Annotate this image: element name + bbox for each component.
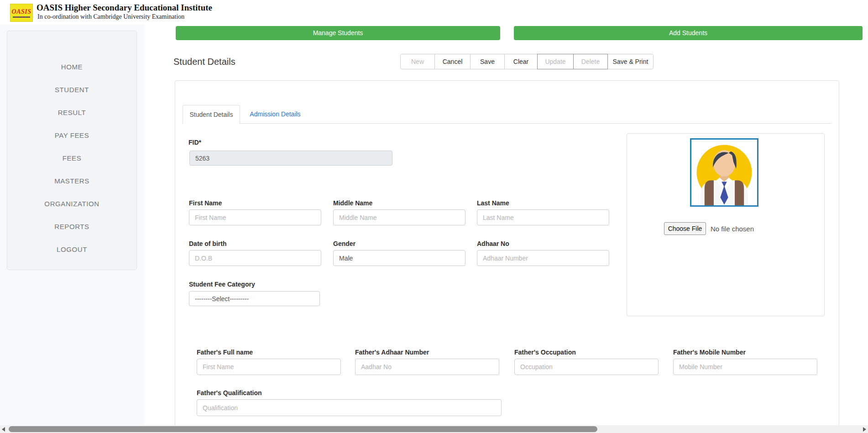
tab-student-details[interactable]: Student Details <box>183 105 240 124</box>
fee-category-select[interactable]: --------Select--------- <box>189 291 320 306</box>
horizontal-scrollbar-thumb[interactable] <box>9 426 597 432</box>
fee-category-label: Student Fee Category <box>189 281 255 288</box>
file-status-text: No file chosen <box>711 225 754 233</box>
sidebar-item-reports[interactable]: REPORTS <box>7 215 136 238</box>
horizontal-scrollbar-track[interactable] <box>0 425 868 433</box>
manage-students-button[interactable]: Manage Students <box>176 26 500 40</box>
father-qualification-label: Father's Qualification <box>197 389 262 396</box>
father-name-label: Father's Full name <box>197 349 253 356</box>
institute-logo: OASIS <box>10 4 33 22</box>
sidebar-item-organization[interactable]: ORGANIZATION <box>7 193 136 215</box>
student-avatar <box>690 138 758 207</box>
middle-name-label: Middle Name <box>333 199 372 207</box>
sidebar: HOME STUDENT RESULT PAY FEES FEES MASTER… <box>0 24 144 425</box>
middle-name-input[interactable] <box>333 209 465 225</box>
father-occupation-label: Father's Occupation <box>514 349 576 356</box>
cancel-button[interactable]: Cancel <box>434 54 471 69</box>
tab-admission-details[interactable]: Admission Details <box>243 105 307 124</box>
sidebar-item-student[interactable]: STUDENT <box>7 78 136 101</box>
sidebar-item-result[interactable]: RESULT <box>7 101 136 124</box>
save-print-button[interactable]: Save & Print <box>607 54 654 69</box>
sidebar-item-logout[interactable]: LOGOUT <box>7 238 136 261</box>
first-name-label: First Name <box>189 199 222 207</box>
delete-button[interactable]: Delete <box>573 54 608 69</box>
save-button[interactable]: Save <box>470 54 505 69</box>
add-students-button[interactable]: Add Students <box>514 26 863 40</box>
app-header: OASIS OASIS Higher Secondary Educational… <box>0 0 868 24</box>
last-name-input[interactable] <box>477 209 609 225</box>
scroll-left-arrow-icon[interactable] <box>2 427 5 432</box>
clear-button[interactable]: Clear <box>504 54 538 69</box>
father-qualification-input[interactable] <box>197 399 502 416</box>
father-occupation-input[interactable] <box>514 359 659 375</box>
page-title: Student Details <box>173 57 235 67</box>
sidebar-item-home[interactable]: HOME <box>7 56 136 78</box>
last-name-label: Last Name <box>477 199 509 207</box>
sidebar-item-fees[interactable]: FEES <box>7 147 136 170</box>
logo-decoration <box>13 16 30 18</box>
sidebar-menu: HOME STUDENT RESULT PAY FEES FEES MASTER… <box>7 31 137 270</box>
gender-label: Gender <box>333 240 356 247</box>
logo-text: OASIS <box>12 8 31 16</box>
first-name-input[interactable] <box>189 209 321 225</box>
dob-label: Date of birth <box>189 240 226 247</box>
fid-field: 5263 <box>189 151 392 166</box>
record-toolbar: New Cancel Save Clear Update Delete Save… <box>400 54 654 69</box>
gender-select[interactable]: Male <box>333 250 465 266</box>
photo-upload-row: Choose File No file chosen <box>664 222 754 235</box>
father-mobile-input[interactable] <box>673 359 817 375</box>
sidebar-item-masters[interactable]: MASTERS <box>7 170 136 193</box>
choose-file-button[interactable]: Choose File <box>664 222 706 235</box>
student-avatar-icon <box>691 140 757 205</box>
institute-subtitle: In co-ordination with Cambridge Universi… <box>37 13 184 21</box>
new-button[interactable]: New <box>400 54 435 69</box>
father-name-input[interactable] <box>197 359 341 375</box>
adhaar-input[interactable] <box>477 250 609 266</box>
father-adhaar-label: Father's Adhaar Number <box>355 349 429 356</box>
scroll-right-arrow-icon[interactable] <box>863 427 866 432</box>
sidebar-item-pay-fees[interactable]: PAY FEES <box>7 124 136 147</box>
fid-label: FID* <box>188 139 201 146</box>
adhaar-label: Adhaar No <box>477 240 509 247</box>
father-adhaar-input[interactable] <box>355 359 499 375</box>
dob-input[interactable] <box>189 250 321 266</box>
institute-title: OASIS Higher Secondary Educational Insti… <box>37 3 212 13</box>
father-mobile-label: Father's Mobile Number <box>673 349 746 356</box>
update-button[interactable]: Update <box>537 54 574 69</box>
